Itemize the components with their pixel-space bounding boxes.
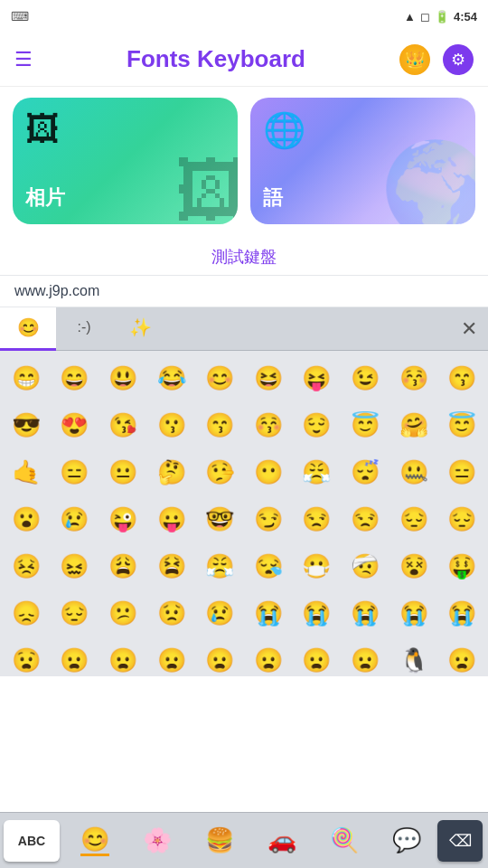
language-card-icon: 🌐 <box>263 110 305 150</box>
emoji-cell[interactable]: 😪 <box>244 542 293 590</box>
emoji-cell[interactable]: 😕 <box>99 590 147 637</box>
wifi-icon: ▲ <box>404 10 416 24</box>
emoji-cell[interactable]: 😊 <box>195 354 244 401</box>
emoji-cell[interactable]: 😖 <box>51 542 99 590</box>
emoji-cell[interactable]: 🤙 <box>2 448 51 495</box>
emoji-cell[interactable]: 😦 <box>341 637 389 676</box>
emoji-cell[interactable]: 😦 <box>244 637 293 676</box>
emoji-cell[interactable]: 😔 <box>437 495 486 542</box>
bottom-tab-food[interactable]: 🍔 <box>205 826 234 854</box>
emoji-cell[interactable]: 🤗 <box>389 401 438 448</box>
emoji-cell[interactable]: 😇 <box>341 401 389 448</box>
emoji-cell[interactable]: 😢 <box>195 590 244 637</box>
emoji-cell[interactable]: 😦 <box>51 637 99 676</box>
status-time: 4:54 <box>454 10 477 24</box>
emoji-cell[interactable]: 😔 <box>51 590 99 637</box>
settings-button[interactable]: ⚙ <box>443 44 474 75</box>
bottom-tab-activities[interactable]: 🍭 <box>330 826 359 854</box>
url-text: www.j9p.com <box>14 283 99 298</box>
emoji-close-button[interactable]: ✕ <box>461 317 477 341</box>
status-icons: ▲ ◻ 🔋 4:54 <box>404 10 477 24</box>
abc-button[interactable]: ABC <box>4 820 60 862</box>
emoji-cell[interactable]: 😞 <box>2 590 51 637</box>
language-card[interactable]: 🌐 🌍 語 <box>250 98 475 224</box>
emoji-cell[interactable]: 😦 <box>195 637 244 676</box>
cards-area: 🖼 🖼 相片 🌐 🌍 語 <box>0 87 488 231</box>
header: ☰ Fonts Keyboard 👑 ⚙ <box>0 33 488 87</box>
emoji-cell[interactable]: 😤 <box>293 448 342 495</box>
emoji-cell[interactable]: 😦 <box>437 637 486 676</box>
emoji-cell[interactable]: 🤓 <box>195 495 244 542</box>
emoji-cell[interactable]: 😦 <box>147 637 196 676</box>
emoji-cell[interactable]: 😗 <box>147 401 196 448</box>
emoji-cell[interactable]: 😴 <box>341 448 389 495</box>
emoji-cell[interactable]: 🐧 <box>389 637 438 676</box>
emoji-cell[interactable]: 😦 <box>99 637 147 676</box>
emoji-cell[interactable]: 😭 <box>341 590 389 637</box>
emoji-cell[interactable]: 😙 <box>437 354 486 401</box>
emoji-cell[interactable]: 😍 <box>51 401 99 448</box>
emoji-cell[interactable]: 😚 <box>389 354 438 401</box>
emoji-cell[interactable]: 😄 <box>51 354 99 401</box>
emoji-cell[interactable]: 😛 <box>147 495 196 542</box>
bottom-tab-smiley[interactable]: 😊 <box>80 826 109 856</box>
delete-button[interactable]: ⌫ <box>437 820 483 862</box>
emoji-cell[interactable]: 😎 <box>2 401 51 448</box>
premium-button[interactable]: 👑 <box>399 44 430 75</box>
emoji-cell[interactable]: 😭 <box>293 590 342 637</box>
emoji-cell[interactable]: 😂 <box>147 354 196 401</box>
signal-icon: ◻ <box>420 10 430 24</box>
emoji-cell[interactable]: 😩 <box>99 542 147 590</box>
header-icons: 👑 ⚙ <box>399 44 474 75</box>
emoji-cell[interactable]: 😏 <box>244 495 293 542</box>
emoji-tab-smiley[interactable]: 😊 <box>0 307 56 351</box>
emoji-tab-text[interactable]: :-) <box>56 307 112 351</box>
bottom-emoji-tabs: 😊 🌸 🍔 🚗 🍭 💬 <box>63 826 437 856</box>
emoji-cell[interactable]: 😃 <box>99 354 147 401</box>
emoji-cell[interactable]: 😭 <box>437 590 486 637</box>
emoji-cell[interactable]: 😒 <box>293 495 342 542</box>
emoji-cell[interactable]: 😟 <box>147 590 196 637</box>
emoji-cell[interactable]: 😁 <box>2 354 51 401</box>
test-keyboard-button[interactable]: 測試鍵盤 <box>211 246 277 268</box>
emoji-cell[interactable]: 🤕 <box>341 542 389 590</box>
emoji-cell[interactable]: 🤔 <box>147 448 196 495</box>
emoji-cell[interactable]: 😶 <box>244 448 293 495</box>
emoji-cell[interactable]: 😣 <box>2 542 51 590</box>
emoji-cell[interactable]: 😧 <box>2 637 51 676</box>
emoji-cell[interactable]: 😙 <box>195 401 244 448</box>
emoji-cell[interactable]: 😔 <box>389 495 438 542</box>
emoji-cell[interactable]: 😤 <box>195 542 244 590</box>
emoji-cell[interactable]: 😒 <box>341 495 389 542</box>
photo-card-icon: 🖼 <box>25 110 60 149</box>
emoji-cell[interactable]: 😌 <box>293 401 342 448</box>
emoji-cell[interactable]: 😚 <box>244 401 293 448</box>
emoji-cell[interactable]: 😜 <box>99 495 147 542</box>
emoji-cell[interactable]: 😫 <box>147 542 196 590</box>
url-bar: www.j9p.com <box>0 275 488 307</box>
emoji-cell[interactable]: 😦 <box>293 637 342 676</box>
emoji-cell[interactable]: 😇 <box>437 401 486 448</box>
bottom-tab-travel[interactable]: 🚗 <box>267 826 296 854</box>
emoji-cell[interactable]: 🤑 <box>437 542 486 590</box>
emoji-cell[interactable]: 🤥 <box>195 448 244 495</box>
bottom-tab-flower[interactable]: 🌸 <box>143 826 172 854</box>
emoji-cell[interactable]: 😘 <box>99 401 147 448</box>
photo-card[interactable]: 🖼 🖼 相片 <box>13 98 238 224</box>
emoji-cell[interactable]: 😭 <box>244 590 293 637</box>
hamburger-menu-button[interactable]: ☰ <box>14 48 33 71</box>
emoji-cell[interactable]: 😆 <box>244 354 293 401</box>
emoji-cell[interactable]: 😷 <box>293 542 342 590</box>
emoji-cell[interactable]: 😭 <box>389 590 438 637</box>
emoji-tab-sparkle[interactable]: ✨ <box>112 307 168 351</box>
emoji-cell[interactable]: 😵 <box>389 542 438 590</box>
emoji-cell[interactable]: 🤐 <box>389 448 438 495</box>
emoji-cell[interactable]: 😝 <box>293 354 342 401</box>
emoji-cell[interactable]: 😑 <box>51 448 99 495</box>
emoji-cell[interactable]: 😐 <box>99 448 147 495</box>
emoji-cell[interactable]: 😑 <box>437 448 486 495</box>
emoji-cell[interactable]: 😮 <box>2 495 51 542</box>
emoji-cell[interactable]: 😉 <box>341 354 389 401</box>
bottom-tab-symbols[interactable]: 💬 <box>392 826 421 854</box>
emoji-cell[interactable]: 😢 <box>51 495 99 542</box>
